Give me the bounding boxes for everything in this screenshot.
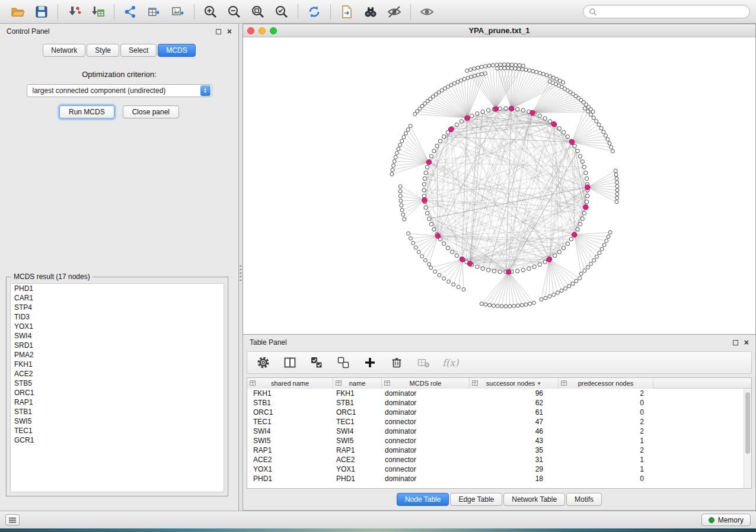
network-node[interactable] (548, 120, 551, 123)
network-node[interactable] (446, 246, 449, 249)
network-leaf-node[interactable] (615, 177, 618, 180)
network-mcds-node[interactable] (422, 198, 427, 203)
network-mcds-node[interactable] (583, 204, 588, 209)
network-leaf-node[interactable] (551, 76, 555, 79)
network-leaf-node[interactable] (524, 68, 528, 72)
network-node[interactable] (557, 250, 561, 254)
network-node[interactable] (498, 270, 502, 273)
network-mcds-node[interactable] (551, 121, 556, 126)
network-leaf-node[interactable] (586, 110, 590, 113)
network-node[interactable] (578, 222, 582, 226)
network-leaf-node[interactable] (560, 289, 563, 293)
float-panel-button[interactable] (216, 29, 221, 34)
network-node[interactable] (521, 108, 525, 112)
network-leaf-node[interactable] (522, 64, 525, 68)
tab-select[interactable]: Select (120, 44, 157, 57)
network-leaf-node[interactable] (602, 130, 605, 134)
network-leaf-node[interactable] (492, 304, 496, 307)
network-node[interactable] (442, 242, 446, 245)
network-leaf-node[interactable] (397, 147, 400, 150)
network-leaf-node[interactable] (532, 301, 535, 305)
network-node[interactable] (476, 112, 479, 116)
select-all-button[interactable] (309, 355, 324, 370)
network-mcds-node[interactable] (572, 232, 577, 237)
network-node[interactable] (422, 188, 426, 192)
network-leaf-node[interactable] (602, 243, 606, 246)
network-leaf-node[interactable] (548, 75, 552, 78)
mcds-result-item[interactable]: CAR1 (11, 293, 224, 303)
network-leaf-node[interactable] (614, 173, 618, 177)
network-node[interactable] (432, 149, 436, 153)
network-leaf-node[interactable] (605, 239, 608, 242)
network-leaf-node[interactable] (521, 68, 524, 71)
graphics-details-button[interactable] (382, 2, 406, 21)
mcds-result-item[interactable]: SWI5 (11, 416, 224, 426)
network-leaf-node[interactable] (401, 213, 405, 216)
table-settings-button[interactable] (256, 355, 271, 370)
network-leaf-node[interactable] (407, 232, 410, 235)
network-mcds-node[interactable] (467, 261, 472, 266)
table-row[interactable]: SWI5SWI5connector431 (247, 436, 751, 446)
network-leaf-node[interactable] (409, 236, 412, 240)
network-mcds-node[interactable] (465, 116, 470, 120)
network-node[interactable] (498, 107, 502, 110)
network-leaf-node[interactable] (541, 72, 545, 76)
zoom-fit-button[interactable] (246, 2, 270, 21)
network-leaf-node[interactable] (598, 251, 601, 255)
function-builder-button[interactable]: f(x) (442, 355, 458, 370)
network-leaf-node[interactable] (615, 184, 619, 188)
network-leaf-node[interactable] (423, 258, 427, 262)
network-node[interactable] (450, 250, 454, 254)
network-node[interactable] (428, 217, 431, 220)
network-leaf-node[interactable] (592, 116, 595, 120)
network-mcds-node[interactable] (435, 233, 440, 238)
network-node[interactable] (486, 268, 490, 272)
hidden-columns-button[interactable] (416, 355, 431, 370)
network-leaf-node[interactable] (400, 209, 404, 212)
network-leaf-node[interactable] (484, 65, 487, 68)
network-leaf-node[interactable] (428, 262, 431, 266)
network-node[interactable] (553, 254, 557, 257)
network-node[interactable] (527, 267, 531, 270)
network-leaf-node[interactable] (615, 188, 619, 192)
task-history-button[interactable] (5, 514, 20, 525)
network-leaf-node[interactable] (586, 265, 589, 269)
save-session-button[interactable] (30, 2, 53, 21)
show-columns-button[interactable] (282, 355, 298, 370)
network-node[interactable] (562, 130, 565, 134)
scrollbar-thumb[interactable] (745, 392, 750, 454)
network-leaf-node[interactable] (583, 107, 586, 110)
open-session-button[interactable] (6, 2, 30, 21)
network-leaf-node[interactable] (480, 65, 483, 69)
mcds-result-item[interactable]: TID3 (11, 312, 224, 322)
mcds-result-list[interactable]: PHD1CAR1STP4TID3YOX1SWI4SRD1PMA2FKH1ACE2… (10, 283, 224, 492)
search-box[interactable] (583, 5, 750, 18)
network-leaf-node[interactable] (528, 69, 531, 72)
network-leaf-node[interactable] (406, 128, 410, 132)
tab-style[interactable]: Style (87, 44, 119, 57)
mcds-result-item[interactable]: RAP1 (11, 398, 224, 407)
table-row[interactable]: TEC1TEC1connector472 (247, 417, 751, 427)
network-node[interactable] (423, 177, 426, 180)
network-leaf-node[interactable] (575, 279, 578, 283)
network-leaf-node[interactable] (506, 66, 510, 70)
network-window-titlebar[interactable]: YPA_prune.txt_1 (243, 24, 755, 37)
mcds-result-item[interactable]: ORC1 (11, 388, 224, 398)
network-node[interactable] (580, 217, 584, 220)
mcds-result-item[interactable]: STP4 (11, 303, 224, 312)
network-node[interactable] (442, 134, 446, 138)
network-leaf-node[interactable] (433, 270, 437, 273)
network-leaf-node[interactable] (614, 169, 617, 172)
network-node[interactable] (585, 194, 589, 198)
network-leaf-node[interactable] (595, 120, 598, 123)
network-node[interactable] (422, 182, 426, 186)
network-leaf-node[interactable] (391, 164, 395, 168)
tab-motifs[interactable]: Motifs (566, 493, 602, 506)
network-mcds-node[interactable] (509, 106, 513, 111)
zoom-out-button[interactable] (222, 2, 246, 21)
close-panel-icon[interactable]: × (227, 28, 232, 34)
network-leaf-node[interactable] (398, 194, 402, 198)
network-leaf-node[interactable] (556, 291, 559, 294)
network-node[interactable] (543, 117, 547, 120)
network-leaf-node[interactable] (447, 280, 451, 283)
